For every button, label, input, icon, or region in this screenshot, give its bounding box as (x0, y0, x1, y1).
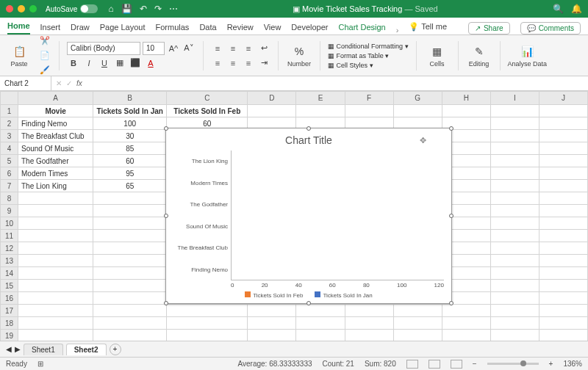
paste-button[interactable]: 📋Paste (6, 44, 32, 68)
zoom-in-icon[interactable]: + (549, 360, 553, 368)
tab-page-layout[interactable]: Page Layout (100, 20, 146, 35)
sheet-tabs: ◀ ▶ Sheet1 Sheet2 + (0, 341, 588, 357)
tab-developer[interactable]: Developer (291, 20, 328, 35)
add-sheet-button[interactable]: + (110, 344, 121, 355)
more-tabs-icon[interactable]: › (396, 26, 399, 35)
wrap-text-icon[interactable]: ↩ (257, 42, 270, 55)
status-sum: Sum: 820 (365, 360, 396, 368)
cancel-icon[interactable]: ✕ (56, 79, 62, 87)
table-row[interactable]: 18 (1, 317, 588, 330)
cut-icon[interactable]: ✂️ (38, 35, 51, 48)
tab-data[interactable]: Data (199, 20, 216, 35)
share-button[interactable]: ↗ Share (468, 22, 510, 35)
switch-icon[interactable] (80, 4, 98, 13)
zoom-level[interactable]: 136% (563, 360, 582, 368)
align-center-icon[interactable]: ≡ (226, 57, 240, 70)
tab-view[interactable]: View (264, 20, 282, 35)
chart-y-labels: The Lion KingModern TimesThe GodfatherSo… (173, 150, 231, 280)
spreadsheet-grid[interactable]: ABCDEFGHIJ1MovieTickets Sold In JanTicke… (0, 91, 588, 341)
next-sheet-icon[interactable]: ▶ (15, 345, 21, 353)
analyse-data-button[interactable]: 📊Analyse Data (508, 44, 548, 68)
fullscreen-icon[interactable] (29, 5, 37, 12)
formula-bar-row: Chart 2 ✕✓fx (0, 76, 588, 91)
normal-view-icon[interactable] (406, 360, 418, 369)
tab-formulas[interactable]: Formulas (156, 20, 190, 35)
user-icon[interactable]: 🔔 (571, 4, 582, 14)
formula-input[interactable] (87, 79, 584, 87)
window-titlebar: AutoSave ⌂ 💾 ↶ ↷ ⋯ ▣ Movie Ticket Sales … (0, 0, 588, 18)
autosave-label: AutoSave (46, 5, 77, 13)
document-title: ▣ Movie Ticket Sales Tracking — Saved (182, 4, 548, 14)
fx-icon[interactable]: fx (76, 79, 82, 87)
font-size-select[interactable]: 10 (143, 42, 165, 55)
chart-title[interactable]: Chart Title✥ (173, 134, 444, 146)
chart-legend[interactable]: Tickets Sold In Feb Tickets Sold In Jan (173, 291, 444, 299)
minimize-icon[interactable] (18, 5, 25, 12)
accessibility-icon[interactable]: ⊞ (37, 360, 43, 368)
redo-icon[interactable]: ↷ (154, 4, 162, 14)
cells-button[interactable]: ▦Cells (424, 44, 451, 68)
align-left-icon[interactable]: ≡ (211, 57, 224, 70)
status-average: Average: 68.33333333 (238, 360, 312, 368)
align-top-icon[interactable]: ≡ (211, 42, 224, 55)
underline-button[interactable]: U (98, 57, 111, 70)
confirm-icon[interactable]: ✓ (66, 79, 72, 87)
cell-styles-button[interactable]: ▦ Cell Styles ▾ (328, 62, 409, 69)
conditional-formatting-button[interactable]: ▦ Conditional Formatting ▾ (328, 43, 409, 50)
window-controls[interactable] (6, 5, 37, 12)
font-name-select[interactable]: Calibri (Body) (67, 42, 140, 55)
font-color-button[interactable]: A (144, 57, 157, 70)
undo-icon[interactable]: ↶ (140, 4, 147, 14)
move-cursor-icon: ✥ (420, 136, 426, 145)
table-row[interactable]: 1MovieTickets Sold In JanTickets Sold In… (1, 105, 588, 117)
align-middle-icon[interactable]: ≡ (226, 42, 240, 55)
copy-icon[interactable]: 📄 (38, 49, 51, 62)
merge-icon[interactable]: ⇥ (257, 57, 270, 70)
prev-sheet-icon[interactable]: ◀ (6, 345, 12, 353)
zoom-slider[interactable] (487, 363, 539, 365)
chart-plot-area[interactable] (231, 150, 444, 280)
tab-insert[interactable]: Insert (40, 20, 61, 35)
sheet-tab-1[interactable]: Sheet1 (24, 344, 63, 355)
tab-home[interactable]: Home (7, 18, 30, 35)
save-icon[interactable]: 💾 (121, 4, 132, 14)
page-layout-view-icon[interactable] (429, 360, 440, 369)
autosave-toggle[interactable]: AutoSave (46, 4, 98, 13)
border-button[interactable]: ▦ (113, 57, 126, 70)
tab-draw[interactable]: Draw (71, 20, 90, 35)
comments-button[interactable]: 💬 Comments (520, 22, 581, 35)
italic-button[interactable]: I (82, 57, 96, 70)
tell-me[interactable]: 💡 Tell me (409, 19, 447, 35)
table-row[interactable]: 19 (1, 330, 588, 341)
number-format-button[interactable]: %Number (286, 44, 312, 68)
ribbon-tabs: Home Insert Draw Page Layout Formulas Da… (0, 18, 588, 35)
table-row[interactable]: 17 (1, 305, 588, 317)
chart-x-axis: 020406080100120 (231, 280, 444, 290)
align-right-icon[interactable]: ≡ (242, 57, 255, 70)
more-icon[interactable]: ⋯ (169, 4, 178, 14)
status-bar: Ready ⊞ Average: 68.33333333 Count: 21 S… (0, 357, 588, 370)
format-painter-icon[interactable]: 🖌️ (38, 64, 51, 77)
home-icon[interactable]: ⌂ (108, 4, 113, 14)
close-icon[interactable] (6, 5, 13, 12)
search-icon[interactable]: 🔍 (553, 4, 564, 14)
tab-review[interactable]: Review (227, 20, 254, 35)
status-count: Count: 21 (323, 360, 354, 368)
status-ready: Ready (6, 360, 27, 368)
zoom-out-icon[interactable]: − (473, 360, 477, 368)
align-bottom-icon[interactable]: ≡ (242, 42, 255, 55)
bold-button[interactable]: B (67, 57, 80, 70)
fill-color-button[interactable]: ⬛ (129, 57, 142, 70)
page-break-view-icon[interactable] (451, 360, 462, 369)
name-box[interactable]: Chart 2 (0, 76, 51, 90)
sheet-tab-2[interactable]: Sheet2 (66, 344, 107, 355)
chart-object[interactable]: Chart Title✥ The Lion KingModern TimesTh… (165, 128, 452, 304)
ribbon: 📋Paste ✂️ 📄 🖌️ Calibri (Body) 10 A^ A˅ B… (0, 35, 588, 76)
editing-button[interactable]: ✎Editing (466, 44, 492, 68)
increase-font-icon[interactable]: A^ (167, 42, 180, 55)
format-as-table-button[interactable]: ▦ Format as Table ▾ (328, 52, 409, 59)
tab-chart-design[interactable]: Chart Design (339, 20, 386, 35)
decrease-font-icon[interactable]: A˅ (182, 42, 196, 55)
